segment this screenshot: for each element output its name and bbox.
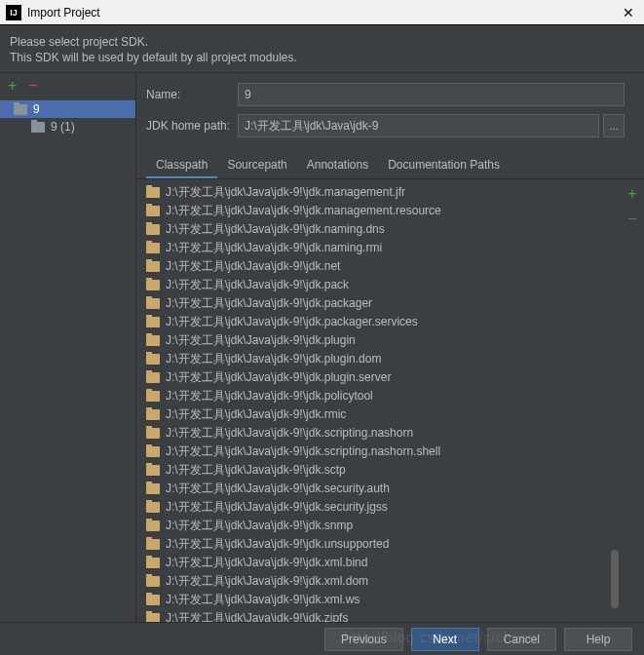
- list-item-label: J:\开发工具\jdk\Java\jdk-9!\jdk.xml.dom: [166, 573, 368, 590]
- scrollbar-thumb[interactable]: [611, 550, 619, 608]
- list-item-label: J:\开发工具\jdk\Java\jdk-9!\jdk.management.j…: [166, 184, 405, 201]
- library-icon: [146, 576, 160, 587]
- previous-button[interactable]: Previous: [324, 628, 403, 651]
- library-icon: [146, 187, 160, 198]
- list-item-label: J:\开发工具\jdk\Java\jdk-9!\jdk.net: [166, 258, 340, 275]
- list-item[interactable]: J:\开发工具\jdk\Java\jdk-9!\jdk.plugin: [136, 331, 609, 350]
- sidebar-item-sdk[interactable]: 9: [0, 100, 135, 118]
- remove-classpath-icon[interactable]: −: [627, 211, 636, 228]
- library-icon: [146, 206, 160, 216]
- help-button[interactable]: Help: [564, 628, 632, 651]
- library-icon: [146, 520, 160, 531]
- list-item[interactable]: J:\开发工具\jdk\Java\jdk-9!\jdk.packager.ser…: [136, 313, 609, 331]
- list-item[interactable]: J:\开发工具\jdk\Java\jdk-9!\jdk.plugin.serve…: [136, 368, 609, 387]
- list-item[interactable]: J:\开发工具\jdk\Java\jdk-9!\jdk.xml.ws: [136, 591, 609, 609]
- list-item-label: J:\开发工具\jdk\Java\jdk-9!\jdk.snmp: [166, 518, 353, 534]
- sidebar-toolbar: + −: [0, 73, 135, 98]
- list-item[interactable]: J:\开发工具\jdk\Java\jdk-9!\jdk.net: [136, 257, 609, 276]
- list-item[interactable]: J:\开发工具\jdk\Java\jdk-9!\jdk.xml.dom: [136, 572, 609, 591]
- list-item-label: J:\开发工具\jdk\Java\jdk-9!\jdk.policytool: [166, 388, 373, 405]
- list-item[interactable]: J:\开发工具\jdk\Java\jdk-9!\jdk.unsupported: [136, 535, 609, 554]
- library-icon: [146, 261, 160, 272]
- header-line2: This SDK will be used by default by all …: [10, 51, 634, 64]
- list-item[interactable]: J:\开发工具\jdk\Java\jdk-9!\jdk.rmic: [136, 405, 609, 424]
- remove-sdk-icon[interactable]: −: [28, 77, 37, 95]
- library-icon: [146, 465, 160, 476]
- footer: Previous Next Cancel Help: [0, 622, 644, 655]
- list-item-label: J:\开发工具\jdk\Java\jdk-9!\jdk.sctp: [166, 462, 346, 479]
- library-icon: [146, 298, 160, 309]
- library-icon: [146, 335, 160, 346]
- sidebar-item-label: 9: [33, 102, 40, 116]
- list-item[interactable]: J:\开发工具\jdk\Java\jdk-9!\jdk.plugin.dom: [136, 350, 609, 368]
- list-item-label: J:\开发工具\jdk\Java\jdk-9!\jdk.security.jgs…: [166, 499, 388, 516]
- list-item[interactable]: J:\开发工具\jdk\Java\jdk-9!\jdk.pack: [136, 276, 609, 294]
- library-icon: [146, 354, 160, 365]
- list-item-label: J:\开发工具\jdk\Java\jdk-9!\jdk.packager: [166, 295, 372, 312]
- path-input[interactable]: [238, 114, 599, 137]
- list-item-label: J:\开发工具\jdk\Java\jdk-9!\jdk.rmic: [166, 406, 346, 423]
- library-icon: [146, 372, 160, 383]
- list-item[interactable]: J:\开发工具\jdk\Java\jdk-9!\jdk.scripting.na…: [136, 443, 609, 461]
- header-line1: Please select project SDK.: [10, 35, 634, 49]
- list-item[interactable]: J:\开发工具\jdk\Java\jdk-9!\jdk.security.aut…: [136, 480, 609, 498]
- list-item[interactable]: J:\开发工具\jdk\Java\jdk-9!\jdk.packager: [136, 294, 609, 313]
- library-icon: [146, 446, 160, 457]
- list-item-label: J:\开发工具\jdk\Java\jdk-9!\jdk.pack: [166, 277, 349, 293]
- next-button[interactable]: Next: [411, 628, 479, 651]
- add-sdk-icon[interactable]: +: [8, 77, 17, 95]
- sdk-sidebar: + − 99 (1): [0, 73, 136, 638]
- list-item[interactable]: J:\开发工具\jdk\Java\jdk-9!\jdk.sctp: [136, 461, 609, 480]
- library-icon: [146, 280, 160, 290]
- path-label: JDK home path:: [146, 119, 238, 133]
- add-classpath-icon[interactable]: +: [627, 185, 636, 203]
- name-input[interactable]: [238, 83, 625, 106]
- tab-documentation-paths[interactable]: Documentation Paths: [378, 153, 510, 178]
- list-item[interactable]: J:\开发工具\jdk\Java\jdk-9!\jdk.management.r…: [136, 202, 609, 220]
- sidebar-item-sdk[interactable]: 9 (1): [0, 118, 135, 135]
- list-item-label: J:\开发工具\jdk\Java\jdk-9!\jdk.naming.dns: [166, 221, 385, 238]
- list-item-label: J:\开发工具\jdk\Java\jdk-9!\jdk.packager.ser…: [166, 314, 418, 330]
- library-icon: [146, 558, 160, 568]
- scrollbar[interactable]: [609, 179, 621, 638]
- list-item-label: J:\开发工具\jdk\Java\jdk-9!\jdk.naming.rmi: [166, 240, 382, 256]
- list-item[interactable]: J:\开发工具\jdk\Java\jdk-9!\jdk.naming.dns: [136, 220, 609, 239]
- app-icon: IJ: [6, 5, 21, 20]
- list-item-label: J:\开发工具\jdk\Java\jdk-9!\jdk.management.r…: [166, 203, 441, 219]
- list-item[interactable]: J:\开发工具\jdk\Java\jdk-9!\jdk.naming.rmi: [136, 239, 609, 257]
- list-item-label: J:\开发工具\jdk\Java\jdk-9!\jdk.unsupported: [166, 536, 389, 553]
- library-icon: [146, 409, 160, 420]
- sdk-tree: 99 (1): [0, 98, 135, 137]
- sdk-form: Name: JDK home path: ...: [136, 73, 644, 153]
- library-icon: [146, 224, 160, 235]
- header: Please select project SDK. This SDK will…: [0, 25, 644, 73]
- library-icon: [146, 483, 160, 494]
- list-item[interactable]: J:\开发工具\jdk\Java\jdk-9!\jdk.scripting.na…: [136, 424, 609, 443]
- list-item-label: J:\开发工具\jdk\Java\jdk-9!\jdk.plugin: [166, 332, 356, 349]
- list-toolbar: + −: [621, 179, 644, 638]
- tab-annotations[interactable]: Annotations: [297, 153, 378, 178]
- library-icon: [146, 595, 160, 605]
- cancel-button[interactable]: Cancel: [487, 628, 556, 651]
- classpath-list: J:\开发工具\jdk\Java\jdk-9!\jdk.management.j…: [136, 179, 609, 638]
- library-icon: [146, 243, 160, 253]
- browse-button[interactable]: ...: [603, 114, 625, 137]
- tab-sourcepath[interactable]: Sourcepath: [217, 153, 296, 178]
- list-item-label: J:\开发工具\jdk\Java\jdk-9!\jdk.plugin.serve…: [166, 369, 391, 386]
- list-item[interactable]: J:\开发工具\jdk\Java\jdk-9!\jdk.snmp: [136, 517, 609, 535]
- list-item[interactable]: J:\开发工具\jdk\Java\jdk-9!\jdk.policytool: [136, 387, 609, 405]
- library-icon: [146, 391, 160, 402]
- tab-classpath[interactable]: Classpath: [146, 153, 217, 178]
- list-item-label: J:\开发工具\jdk\Java\jdk-9!\jdk.security.aut…: [166, 481, 390, 497]
- window-title: Import Project: [27, 6, 619, 19]
- library-icon: [146, 317, 160, 328]
- tabs: ClasspathSourcepathAnnotationsDocumentat…: [136, 153, 644, 179]
- list-item[interactable]: J:\开发工具\jdk\Java\jdk-9!\jdk.management.j…: [136, 183, 609, 202]
- list-item-label: J:\开发工具\jdk\Java\jdk-9!\jdk.scripting.na…: [166, 425, 413, 442]
- close-icon[interactable]: ✕: [619, 5, 638, 20]
- folder-icon: [31, 122, 45, 133]
- list-item[interactable]: J:\开发工具\jdk\Java\jdk-9!\jdk.xml.bind: [136, 554, 609, 572]
- library-icon: [146, 502, 160, 513]
- list-item[interactable]: J:\开发工具\jdk\Java\jdk-9!\jdk.security.jgs…: [136, 498, 609, 517]
- folder-icon: [14, 104, 27, 115]
